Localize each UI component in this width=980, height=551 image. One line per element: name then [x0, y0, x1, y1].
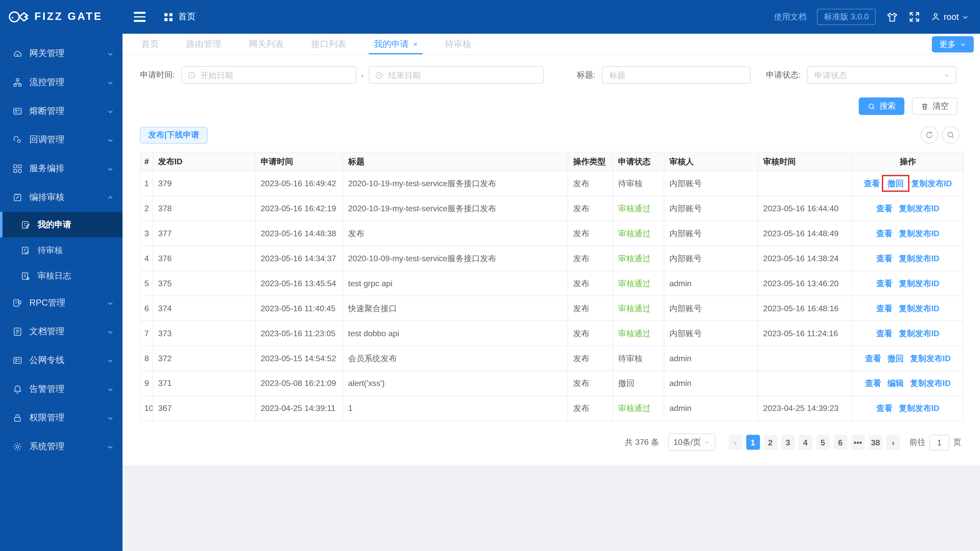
sidebar-item-flow-control[interactable]: 流控管理 [0, 68, 123, 97]
sidebar-item-permissions[interactable]: 权限管理 [0, 403, 123, 432]
menu-toggle-icon[interactable] [134, 12, 146, 22]
lock-icon [13, 413, 22, 423]
more-button[interactable]: 更多 [932, 36, 974, 52]
chevron-down-icon [943, 71, 950, 78]
sidebar-item-label: 审核日志 [38, 270, 71, 281]
fizz-gate-admin: FIZZ GATE 网关管理 流控管理 熔断管理 回调管理 [0, 0, 980, 551]
tab-interface-list[interactable]: 接口列表 [311, 34, 346, 54]
col-index: # [140, 152, 153, 171]
fullscreen-icon[interactable] [909, 11, 920, 22]
view-link[interactable]: 查看 [876, 403, 892, 413]
view-link[interactable]: 查看 [876, 328, 892, 338]
page-button-38[interactable]: 38 [869, 435, 883, 450]
page-button-6[interactable]: 6 [834, 435, 847, 450]
view-link[interactable]: 查看 [876, 278, 892, 288]
next-page-button[interactable]: › [886, 435, 900, 450]
close-icon[interactable]: × [413, 40, 417, 48]
sidebar-item-system[interactable]: 系统管理 [0, 432, 123, 461]
prev-page-button[interactable]: ‹ [729, 435, 742, 450]
copy-publish-id-link[interactable]: 复制发布ID [899, 278, 939, 288]
goto-page-input[interactable] [929, 434, 950, 450]
sidebar-item-alerts[interactable]: 告警管理 [0, 375, 123, 403]
more-pages-ellipsis[interactable]: ••• [851, 435, 865, 450]
copy-publish-id-link[interactable]: 复制发布ID [899, 403, 939, 413]
sidebar-item-label: 我的申请 [38, 219, 71, 230]
start-date-input[interactable] [181, 66, 356, 84]
status-badge: 待审核 [613, 346, 664, 371]
tab-route-management[interactable]: 路由管理 [186, 34, 221, 54]
zoom-search-icon[interactable] [942, 126, 959, 144]
view-link[interactable]: 查看 [864, 178, 880, 188]
sidebar-item-gateway[interactable]: 网关管理 [0, 39, 123, 68]
person-icon [931, 12, 940, 22]
sidebar-item-label: 权限管理 [29, 412, 64, 424]
tab-my-applications[interactable]: 我的申请 × [374, 34, 417, 54]
breadcrumb-label: 首页 [178, 11, 196, 22]
col-publish-id: 发布ID [153, 152, 256, 171]
copy-publish-id-link[interactable]: 复制发布ID [910, 353, 951, 363]
breadcrumb-home[interactable]: 首页 [164, 11, 196, 22]
home-grid-icon [164, 13, 172, 21]
view-link[interactable]: 查看 [865, 378, 881, 388]
title-input[interactable] [601, 66, 750, 84]
status-badge: 审核通过 [613, 221, 664, 246]
view-link[interactable]: 查看 [876, 228, 892, 238]
sidebar-item-my-applications[interactable]: 我的申请 [0, 212, 123, 237]
withdraw-link[interactable]: 撤回 [888, 178, 904, 188]
view-link[interactable]: 查看 [876, 303, 892, 313]
sidebar-item-label: 系统管理 [29, 441, 64, 452]
page-button-1[interactable]: 1 [746, 435, 760, 450]
page-button-4[interactable]: 4 [799, 435, 812, 450]
end-date-input[interactable] [369, 66, 544, 84]
theme-tshirt-icon[interactable] [886, 11, 898, 23]
page-button-3[interactable]: 3 [781, 435, 795, 450]
view-link[interactable]: 查看 [876, 203, 892, 213]
sidebar-item-public-line[interactable]: 公网专线 [0, 346, 123, 375]
sidebar-item-label: 熔断管理 [29, 106, 64, 117]
search-button[interactable]: 搜索 [859, 97, 904, 115]
copy-publish-id-link[interactable]: 复制发布ID [912, 178, 952, 188]
tab-home[interactable]: 首页 [141, 34, 159, 54]
edit-link[interactable]: 编辑 [888, 378, 904, 388]
circuit-card-icon [13, 106, 22, 116]
page-size-select[interactable]: 10条/页 [668, 433, 715, 451]
clear-button[interactable]: 清空 [912, 97, 958, 115]
copy-publish-id-link[interactable]: 复制发布ID [899, 253, 939, 263]
view-link[interactable]: 查看 [865, 353, 881, 363]
sidebar-item-rpc[interactable]: RPC管理 [0, 289, 123, 318]
table-row: 6 374 2023-05-16 11:40:45 快速聚合接口 发布 审核通过… [140, 296, 963, 321]
refresh-icon[interactable] [921, 126, 938, 144]
page-button-5[interactable]: 5 [816, 435, 830, 450]
sidebar-item-circuit-breaker[interactable]: 熔断管理 [0, 97, 123, 126]
page-button-2[interactable]: 2 [764, 435, 777, 450]
sidebar-item-label: 回调管理 [29, 135, 64, 146]
highlight-box: 撤回 [882, 175, 910, 191]
chevron-down-icon [107, 137, 114, 143]
title-label: 标题: [577, 69, 595, 81]
copy-publish-id-link[interactable]: 复制发布ID [899, 203, 939, 213]
copy-publish-id-link[interactable]: 复制发布ID [899, 228, 939, 238]
status-select[interactable] [807, 66, 956, 84]
user-menu[interactable]: root [931, 12, 969, 22]
sidebar-item-orchestration[interactable]: 服务编排 [0, 154, 123, 183]
sidebar-item-callback[interactable]: 回调管理 [0, 125, 123, 154]
tab-gateway-list[interactable]: 网关列表 [249, 34, 284, 54]
view-link[interactable]: 查看 [876, 253, 892, 263]
copy-publish-id-link[interactable]: 复制发布ID [899, 303, 939, 313]
chevron-down-icon [107, 386, 114, 392]
sidebar-item-audit-log[interactable]: 审核日志 [0, 263, 123, 289]
table-row: 3 377 2023-05-16 14:48:38 发布 发布 审核通过 内部账… [140, 221, 963, 246]
copy-publish-id-link[interactable]: 复制发布ID [899, 328, 939, 338]
sidebar-item-orchestration-audit[interactable]: 编排审核 [0, 183, 123, 212]
withdraw-link[interactable]: 撤回 [888, 353, 904, 363]
docs-link[interactable]: 使用文档 [774, 11, 807, 22]
sidebar-item-pending-review[interactable]: 待审核 [0, 238, 123, 263]
copy-publish-id-link[interactable]: 复制发布ID [910, 378, 951, 388]
sidebar-item-label: 网关管理 [29, 48, 64, 59]
bell-icon [13, 384, 22, 394]
tab-pending-review[interactable]: 待审核 [445, 34, 471, 54]
publish-offline-apply-button[interactable]: 发布|下线申请 [140, 127, 207, 143]
sidebar-item-document[interactable]: 文档管理 [0, 318, 123, 346]
search-icon [867, 102, 876, 110]
sidebar: FIZZ GATE 网关管理 流控管理 熔断管理 回调管理 [0, 0, 123, 551]
